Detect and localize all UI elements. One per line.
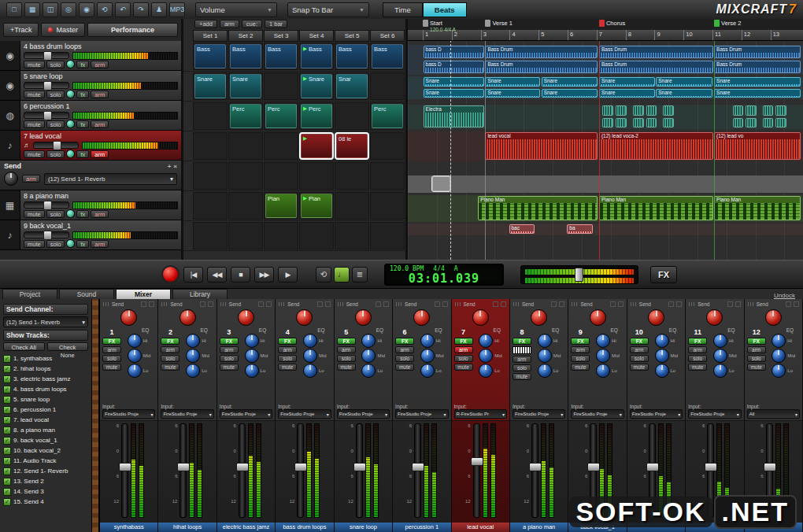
burn-cd-icon[interactable]: ◉ [79,2,94,17]
timeline-clip[interactable] [616,118,627,128]
add-performer-icon[interactable]: ♟ [151,2,167,17]
clip-slot[interactable] [335,192,369,220]
track-visibility-item[interactable]: ✓12. Send 1- Reverb [3,466,88,476]
channel-arm-button[interactable]: arm [337,346,356,353]
eq-mid-knob[interactable] [479,349,493,363]
arm-button[interactable]: arm [91,91,109,98]
play-button[interactable]: ▶ [278,267,298,283]
performance-toolbar-button[interactable]: cue: [242,20,262,28]
checkbox-checked-icon[interactable]: ✓ [3,498,11,506]
checkbox-checked-icon[interactable]: ✓ [3,396,11,404]
clip-slot[interactable] [370,72,405,100]
timeline-clip[interactable]: Electra [424,105,484,127]
track-visibility-item[interactable]: ✓10. back vocal_2 [3,445,88,456]
fader-handle[interactable] [471,457,483,466]
track-visibility-item[interactable]: ✓4. bass drum loops [3,384,88,394]
input-dropdown[interactable]: FireStudio Proje▾ [278,409,331,419]
checkbox-checked-icon[interactable]: ✓ [3,437,11,445]
clip-slot[interactable] [299,222,334,249]
channel-mute-button[interactable]: mute [747,364,766,371]
master-fx-button[interactable]: FX [650,266,677,283]
fader-handle[interactable] [646,463,659,471]
timeline-clip[interactable] [616,105,627,116]
channel-arm-button[interactable]: arm [630,346,649,353]
channel-fx-button[interactable]: FX [161,338,179,345]
performance-clip[interactable]: Perc [265,104,297,128]
performance-clip[interactable]: Pian [265,194,297,218]
channel-arm-button[interactable]: arm [747,346,766,353]
channel-fx-button[interactable]: FX [102,338,121,345]
timeline-clip[interactable]: Snare [599,89,655,98]
timeline-clip[interactable]: Piano Man [714,196,801,220]
clip-slot[interactable]: Bass [299,42,334,70]
checkbox-checked-icon[interactable]: ✓ [3,416,11,424]
arm-button[interactable]: arm [91,150,109,158]
channel-fx-button[interactable]: FX [337,338,356,345]
eq-lo-knob[interactable] [361,364,376,378]
clip-slot[interactable] [370,222,405,249]
channel-arm-button[interactable]: arm [688,346,707,353]
eq-mid-knob[interactable] [128,349,142,363]
timeline-clip[interactable]: Snare [424,77,484,87]
performance-toolbar-button[interactable]: 1 bar [265,20,287,28]
performance-clip[interactable]: Snar [336,74,368,98]
track-strip[interactable]: ♪9 back vocal_1mutesolofxarm [0,220,181,250]
mixer-channel-strip[interactable]: Send2FXarmsolomuteEQHiMidLoInput:FireStu… [158,299,216,532]
clip-slot[interactable] [335,162,369,190]
clip-slot[interactable]: Snare [228,72,263,100]
timeline-clip[interactable] [746,118,757,128]
clip-slot[interactable]: Bass [335,42,369,70]
timeline-clip[interactable]: Bass Drum [714,46,801,58]
clip-slot[interactable] [299,162,334,190]
fader-handle[interactable] [43,111,52,120]
pan-knob[interactable] [66,150,75,158]
clip-slot[interactable]: Snare [299,72,334,100]
arm-button[interactable]: arm [91,61,109,68]
clip-slot[interactable]: Bass [228,42,263,70]
set-header[interactable]: Set 3 [264,30,298,42]
solo-button[interactable]: solo [46,61,65,68]
mute-button[interactable]: mute [24,91,45,98]
send-amount-knob[interactable] [413,309,430,326]
send-amount-knob[interactable] [179,309,196,326]
input-dropdown[interactable]: FireStudio Proje▾ [630,409,683,419]
clip-slot[interactable]: Perc [264,102,298,130]
redo-icon[interactable]: ↷ [133,2,149,17]
checkbox-checked-icon[interactable]: ✓ [3,386,11,393]
input-dropdown[interactable]: FireStudio Proje▾ [161,409,213,419]
eq-mid-knob[interactable] [186,349,200,363]
send-channel-dropdown[interactable]: (12) Send 1- Reverb ▾ [3,316,88,327]
timeline-clip[interactable]: Snare [714,89,801,98]
punch-in-out-button[interactable]: ≣ [352,267,368,283]
timeline-clip[interactable] [733,105,744,116]
pan-knob[interactable] [66,90,75,98]
arm-button[interactable]: arm [91,210,109,218]
channel-volume-fader[interactable] [239,423,246,518]
fader-handle[interactable] [177,463,190,471]
pan-knob[interactable] [66,60,75,68]
fx-button[interactable]: fx [76,210,89,218]
timeline-clip[interactable]: Snare [714,77,801,87]
mix-down-icon[interactable]: ◎ [61,2,76,17]
mute-button[interactable]: mute [24,120,45,128]
performance-clip[interactable]: Bass [265,44,297,68]
timeline-clip[interactable] [663,118,674,128]
performance-toolbar-button[interactable]: +add [194,20,217,28]
channel-mute-button[interactable]: mute [161,364,179,371]
track-visibility-item[interactable]: ✓2. hihat loops [3,364,88,374]
tab-sound[interactable]: Sound [59,289,114,299]
fader-handle[interactable] [353,463,366,471]
set-header[interactable]: Set 6 [370,30,405,42]
eq-lo-knob[interactable] [596,364,610,378]
pan-knob[interactable] [66,239,75,248]
track-volume-fader[interactable] [24,112,69,119]
track-strip[interactable]: ◉4 bass drum loopsmutesolofxarm [0,41,181,71]
channel-volume-fader[interactable] [121,423,128,518]
master-button[interactable]: Master [41,23,85,37]
playhead[interactable] [450,40,451,260]
timeline-clip[interactable]: Snare [485,77,540,87]
performance-clip[interactable]: 08 le [336,134,368,158]
performance-clip[interactable]: Bass [301,44,332,68]
save-project-icon[interactable]: ◫ [43,2,58,17]
fader-handle[interactable] [705,463,717,471]
